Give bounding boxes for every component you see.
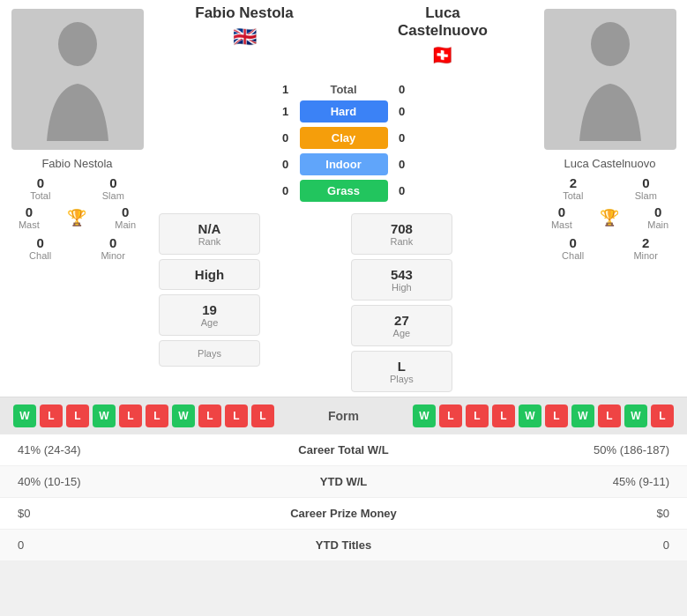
left-name-center: Fabio Nestola (163, 4, 325, 22)
hard-row: 1 Hard 0 (159, 100, 528, 122)
form-pill-l: L (545, 404, 568, 427)
right-plays-value: L (361, 359, 443, 374)
right-slam-value: 0 (635, 175, 657, 190)
form-pill-l: L (251, 404, 274, 427)
total-row: 1 Total 0 (159, 83, 528, 96)
form-pill-w: W (571, 404, 594, 427)
left-mast-value: 0 (19, 204, 40, 219)
clay-left: 0 (277, 131, 295, 145)
right-main-label: Main (647, 219, 668, 230)
stats-left-2: $0 (18, 507, 265, 520)
left-rank-label: Rank (168, 236, 250, 247)
left-flag: 🇬🇧 (163, 26, 325, 48)
form-pill-l: L (439, 404, 462, 427)
form-pill-w: W (172, 404, 195, 427)
left-rank-box: N/A Rank (159, 213, 260, 255)
right-age-box: 27 Age (351, 305, 452, 346)
grass-left: 0 (277, 184, 295, 197)
right-age-label: Age (361, 328, 443, 338)
svg-point-0 (58, 22, 97, 66)
clay-row: 0 Clay 0 (159, 127, 528, 149)
left-minor-value: 0 (101, 235, 125, 250)
form-pill-w: W (93, 404, 116, 427)
left-trophy-row: 0 Mast 🏆 0 Main (4, 204, 150, 230)
form-pill-l: L (225, 404, 248, 427)
clay-right: 0 (393, 131, 411, 145)
right-minor-value: 2 (633, 235, 658, 250)
left-chall-value: 0 (29, 235, 51, 250)
left-form-pills: WLLWLLWLLL (13, 404, 274, 427)
stats-center-0: Career Total W/L (265, 443, 423, 456)
grass-button: Grass (300, 180, 388, 202)
right-trophy-row: 0 Mast 🏆 0 Main (537, 204, 683, 230)
form-pill-w: W (413, 404, 436, 427)
left-slam-cell: 0 Slam (102, 175, 124, 201)
right-player-avatar (544, 9, 676, 150)
right-total-label: Total (563, 190, 583, 201)
right-mast-cell: 0 Mast (551, 204, 572, 230)
left-trophy-icon: 🏆 (67, 208, 86, 227)
right-name-center: LucaCastelnuovo (362, 4, 524, 41)
stats-left-1: 40% (10-15) (18, 475, 265, 488)
indoor-button: Indoor (300, 153, 388, 175)
left-stats-bottom: 0 Chall 0 Minor (4, 235, 150, 261)
form-pill-l: L (651, 404, 674, 427)
left-mast-label: Mast (19, 219, 40, 230)
stats-center-3: YTD Titles (265, 538, 423, 552)
right-chall-value: 0 (562, 235, 584, 250)
left-rank-value: N/A (168, 221, 250, 236)
left-main-label: Main (115, 219, 136, 230)
total-label: Total (300, 83, 388, 96)
left-high-box: High (159, 259, 260, 290)
stats-row-2: $0 Career Prize Money $0 (0, 498, 687, 530)
clay-button: Clay (300, 127, 388, 149)
right-stats-bottom: 0 Chall 2 Minor (537, 235, 683, 261)
left-high-value: High (168, 267, 250, 282)
form-label: Form (328, 409, 359, 423)
hard-right: 0 (393, 105, 411, 118)
indoor-row: 0 Indoor 0 (159, 153, 528, 175)
left-total-cell: 0 Total (30, 175, 50, 201)
left-player-name: Fabio Nestola (41, 157, 112, 170)
right-form-pills: WLLLWLWLWL (413, 404, 674, 427)
indoor-right: 0 (393, 158, 411, 171)
indoor-left: 0 (277, 158, 295, 171)
hard-left: 1 (277, 105, 295, 118)
right-rank-label: Rank (361, 236, 443, 247)
left-slam-value: 0 (102, 175, 124, 190)
left-plays-label: Plays (168, 348, 250, 359)
form-pill-w: W (13, 404, 36, 427)
form-pill-w: W (519, 404, 541, 427)
right-rank-box: 708 Rank (351, 213, 452, 255)
surface-table: 1 Total 0 1 Hard 0 0 Clay 0 0 (159, 78, 528, 206)
left-total-label: Total (30, 190, 50, 201)
right-player-name: Luca Castelnuovo (564, 157, 655, 170)
right-minor-label: Minor (633, 250, 658, 261)
stats-right-1: 45% (9-11) (423, 475, 670, 488)
left-age-box: 19 Age (159, 294, 260, 336)
right-minor-cell: 2 Minor (633, 235, 658, 261)
stats-row-1: 40% (10-15) YTD W/L 45% (9-11) (0, 466, 687, 498)
form-section: WLLWLLWLLL Form WLLLWLWLWL (0, 397, 687, 434)
right-main-cell: 0 Main (647, 204, 668, 230)
left-stats-top: 0 Total 0 Slam (4, 175, 150, 201)
top-comparison: Fabio Nestola 0 Total 0 Slam 0 Mast 🏆 (0, 0, 687, 397)
left-minor-cell: 0 Minor (101, 235, 125, 261)
left-plays-box: Plays (159, 340, 260, 367)
right-total-cell: 2 Total (563, 175, 583, 201)
form-pill-l: L (146, 404, 168, 427)
stats-row-3: 0 YTD Titles 0 (0, 530, 687, 561)
stats-center-2: Career Prize Money (265, 507, 423, 520)
form-pill-l: L (66, 404, 89, 427)
left-slam-label: Slam (102, 190, 124, 201)
right-total-value: 2 (563, 175, 583, 190)
right-main-value: 0 (647, 204, 668, 219)
left-minor-label: Minor (101, 250, 125, 261)
right-flag: 🇨🇭 (362, 44, 524, 67)
right-age-value: 27 (361, 313, 443, 328)
main-container: Fabio Nestola 0 Total 0 Slam 0 Mast 🏆 (0, 0, 687, 561)
right-high-label: High (361, 282, 443, 293)
total-right: 0 (393, 83, 411, 96)
form-pill-l: L (40, 404, 63, 427)
grass-right: 0 (393, 184, 411, 197)
